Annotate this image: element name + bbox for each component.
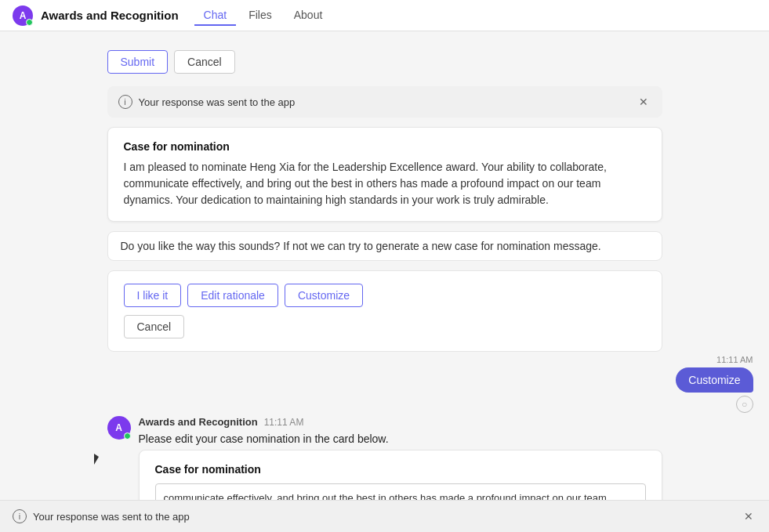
- info-icon-1: i: [118, 95, 132, 109]
- main-nav: Chat Files About: [194, 5, 332, 26]
- close-bottom-banner-icon[interactable]: ✕: [741, 508, 756, 524]
- nav-about[interactable]: About: [285, 5, 332, 26]
- bot-online-badge: [124, 432, 131, 440]
- customize-button-inline[interactable]: Customize: [285, 284, 363, 307]
- customize-bubble: Customize: [676, 367, 753, 393]
- action-row-2: Cancel: [124, 315, 646, 338]
- cancel-action-button[interactable]: Cancel: [124, 315, 185, 338]
- chat-area: Submit Cancel i Your response was sent t…: [0, 31, 769, 532]
- edit-card-title: Case for nomination: [155, 463, 646, 476]
- bot-sender-name: Awards and Recognition: [139, 416, 258, 428]
- bot-meta: Awards and Recognition 11:11 AM: [139, 416, 662, 428]
- close-banner-1-icon[interactable]: ✕: [636, 94, 651, 110]
- bot-timestamp: 11:11 AM: [264, 417, 304, 428]
- top-cancel-button[interactable]: Cancel: [174, 50, 235, 74]
- action-card: I like it Edit rationale Customize Cance…: [107, 270, 662, 352]
- chat-inner: Submit Cancel i Your response was sent t…: [95, 44, 675, 352]
- top-submit-button[interactable]: Submit: [107, 50, 169, 74]
- app-title: Awards and Recognition: [41, 9, 179, 22]
- top-action-row: Submit Cancel: [107, 44, 662, 77]
- app-logo: A: [13, 5, 33, 26]
- nomination-card-body: I am pleased to nominate Heng Xia for th…: [124, 159, 646, 208]
- right-timestamp: 11:11 AM: [716, 355, 753, 364]
- logo-letter: A: [20, 10, 27, 21]
- edit-rationale-button[interactable]: Edit rationale: [187, 284, 278, 307]
- question-text: Do you like the way this sounds? If not …: [121, 240, 601, 252]
- nomination-card-title: Case for nomination: [124, 140, 646, 153]
- right-message-container: 11:11 AM Customize ○: [1, 355, 769, 413]
- nomination-card: Case for nomination I am pleased to nomi…: [107, 127, 662, 222]
- info-banner-1: i Your response was sent to the app ✕: [107, 86, 662, 118]
- bot-avatar: A: [107, 416, 131, 440]
- bot-message-text: Please edit your case nomination in the …: [139, 432, 662, 445]
- app-header: A Awards and Recognition Chat Files Abou…: [0, 0, 769, 31]
- bottom-info-icon: i: [13, 509, 27, 523]
- nav-chat[interactable]: Chat: [194, 5, 237, 26]
- bubble-tail-icon: ○: [736, 396, 753, 413]
- i-like-it-button[interactable]: I like it: [124, 284, 182, 307]
- question-bubble: Do you like the way this sounds? If not …: [107, 231, 662, 261]
- nav-files[interactable]: Files: [239, 5, 281, 26]
- bottom-info-text: Your response was sent to the app: [33, 511, 735, 523]
- info-text-1: Your response was sent to the app: [139, 96, 629, 108]
- action-row-1: I like it Edit rationale Customize: [124, 284, 646, 307]
- online-badge: [26, 19, 33, 26]
- bottom-info-banner: i Your response was sent to the app ✕: [0, 500, 769, 532]
